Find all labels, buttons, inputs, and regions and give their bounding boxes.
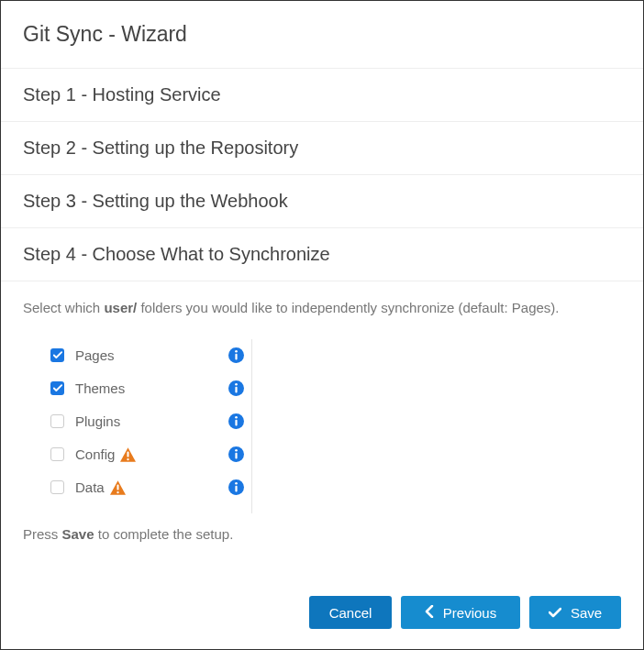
step-header-3[interactable]: Step 3 - Setting up the Webhook <box>1 175 643 228</box>
info-icon[interactable] <box>228 479 244 495</box>
wizard-title: Git Sync - Wizard <box>1 1 643 69</box>
svg-point-18 <box>235 482 238 485</box>
svg-point-10 <box>128 457 129 459</box>
svg-point-15 <box>117 490 118 492</box>
warning-icon <box>120 447 136 462</box>
sync-row-config: Config <box>50 438 251 471</box>
checkbox-pages[interactable] <box>50 348 64 362</box>
sync-label-pages: Pages <box>75 347 228 363</box>
save-instruction-suffix: to complete the setup. <box>94 526 234 542</box>
wizard-footer: Cancel Previous Save <box>1 579 643 649</box>
instruction-text: Select which user/ folders you would lik… <box>23 298 621 319</box>
checkbox-data[interactable] <box>50 480 64 494</box>
sync-label-themes: Themes <box>75 380 228 396</box>
warning-icon <box>110 480 126 495</box>
svg-rect-1 <box>235 354 237 360</box>
svg-rect-14 <box>117 484 118 490</box>
svg-rect-9 <box>128 451 129 457</box>
sync-row-data: Data <box>50 471 251 504</box>
info-icon[interactable] <box>228 446 244 462</box>
svg-rect-7 <box>235 420 237 426</box>
save-instruction: Press Save to complete the setup. <box>23 526 621 542</box>
save-button[interactable]: Save <box>529 596 621 629</box>
step-header-1[interactable]: Step 1 - Hosting Service <box>1 69 643 122</box>
sync-row-plugins: Plugins <box>50 405 251 438</box>
sync-label-text: Themes <box>75 380 125 396</box>
check-icon <box>549 605 561 621</box>
previous-button-label: Previous <box>443 605 496 621</box>
sync-options-list: PagesThemesPluginsConfigData <box>23 339 252 513</box>
svg-point-8 <box>235 416 238 419</box>
save-instruction-prefix: Press <box>23 526 62 542</box>
cancel-button[interactable]: Cancel <box>309 596 392 629</box>
info-icon[interactable] <box>228 413 244 429</box>
sync-label-text: Data <box>75 479 105 495</box>
instruction-suffix: folders you would like to independently … <box>137 300 559 315</box>
step-header-4[interactable]: Step 4 - Choose What to Synchronize <box>1 228 643 281</box>
step-content: Select which user/ folders you would lik… <box>1 281 643 579</box>
save-instruction-bold: Save <box>62 526 94 542</box>
info-icon[interactable] <box>228 347 244 363</box>
save-button-label: Save <box>571 605 602 621</box>
svg-rect-17 <box>235 486 237 492</box>
sync-label-text: Pages <box>75 347 115 363</box>
svg-point-2 <box>235 350 238 353</box>
sync-label-plugins: Plugins <box>75 413 228 429</box>
svg-point-13 <box>235 449 238 452</box>
instruction-prefix: Select which <box>23 300 104 315</box>
sync-label-text: Config <box>75 446 115 462</box>
sync-row-pages: Pages <box>50 339 251 372</box>
info-icon[interactable] <box>228 380 244 396</box>
previous-button[interactable]: Previous <box>401 596 520 629</box>
checkbox-plugins[interactable] <box>50 414 64 428</box>
svg-point-5 <box>235 383 238 386</box>
sync-row-themes: Themes <box>50 372 251 405</box>
sync-label-text: Plugins <box>75 413 120 429</box>
svg-rect-4 <box>235 387 237 393</box>
checkbox-config[interactable] <box>50 447 64 461</box>
sync-label-config: Config <box>75 446 228 462</box>
checkbox-themes[interactable] <box>50 381 64 395</box>
step-header-2[interactable]: Step 2 - Setting up the Repository <box>1 122 643 175</box>
chevron-left-icon <box>425 605 434 621</box>
svg-rect-12 <box>235 453 237 459</box>
instruction-bold: user/ <box>104 300 137 315</box>
sync-label-data: Data <box>75 479 228 495</box>
